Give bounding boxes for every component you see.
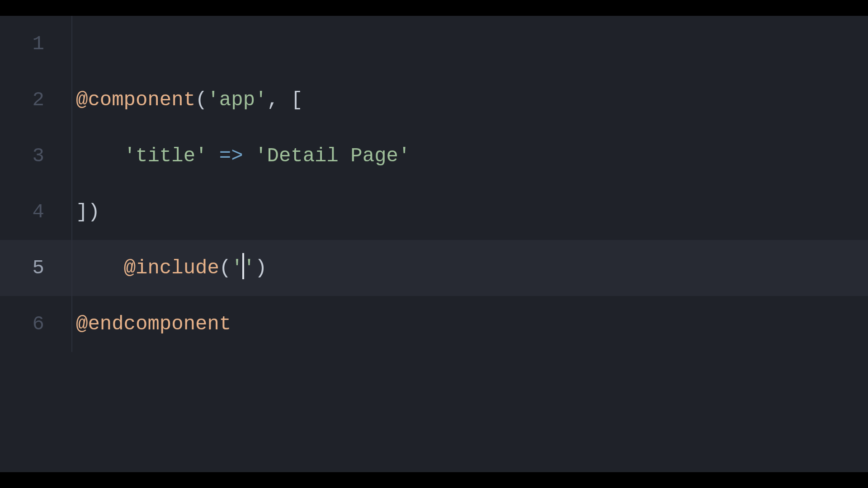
string-quote: ' [255,128,267,184]
blade-directive: @component [76,72,195,128]
code-content[interactable]: @component('app', [ [72,72,303,128]
blade-directive: @include [124,240,219,296]
code-line[interactable]: 3 'title' => 'Detail Page' [0,128,868,184]
paren-open: ( [219,240,231,296]
indent [76,128,124,184]
code-content[interactable]: @include('') [72,240,267,296]
line-number: 3 [0,128,72,184]
code-content[interactable]: ]) [72,184,100,240]
string-literal: app [219,72,255,128]
text-cursor [242,253,244,279]
bracket-paren-close: ]) [76,184,100,240]
paren-close: ) [255,240,267,296]
window-frame: 1 2 @component('app', [ 3 'title' => 'De… [0,0,868,488]
line-number: 2 [0,72,72,128]
line-number: 5 [0,240,72,296]
code-line[interactable]: 2 @component('app', [ [0,72,868,128]
paren-open: ( [195,72,207,128]
code-editor[interactable]: 1 2 @component('app', [ 3 'title' => 'De… [0,16,868,472]
string-quote: ' [124,128,136,184]
string-literal: Detail Page [267,128,398,184]
string-quote: ' [255,72,267,128]
code-line[interactable]: 1 [0,16,868,72]
string-quote: ' [195,128,207,184]
string-quote: ' [243,240,255,296]
line-number: 4 [0,184,72,240]
string-quote: ' [207,72,219,128]
blade-directive: @endcomponent [76,296,231,352]
string-quote: ' [231,240,243,296]
line-number: 6 [0,296,72,352]
code-content[interactable]: @endcomponent [72,296,231,352]
string-literal: title [136,128,195,184]
comma: , [267,72,291,128]
code-line[interactable]: 6 @endcomponent [0,296,868,352]
bracket-open: [ [291,72,302,128]
arrow-operator: => [207,128,255,184]
code-line-active[interactable]: 5 @include('') [0,240,868,296]
code-content[interactable]: 'title' => 'Detail Page' [72,128,410,184]
code-line[interactable]: 4 ]) [0,184,868,240]
indent [76,240,124,296]
line-number: 1 [0,16,72,72]
string-quote: ' [398,128,410,184]
